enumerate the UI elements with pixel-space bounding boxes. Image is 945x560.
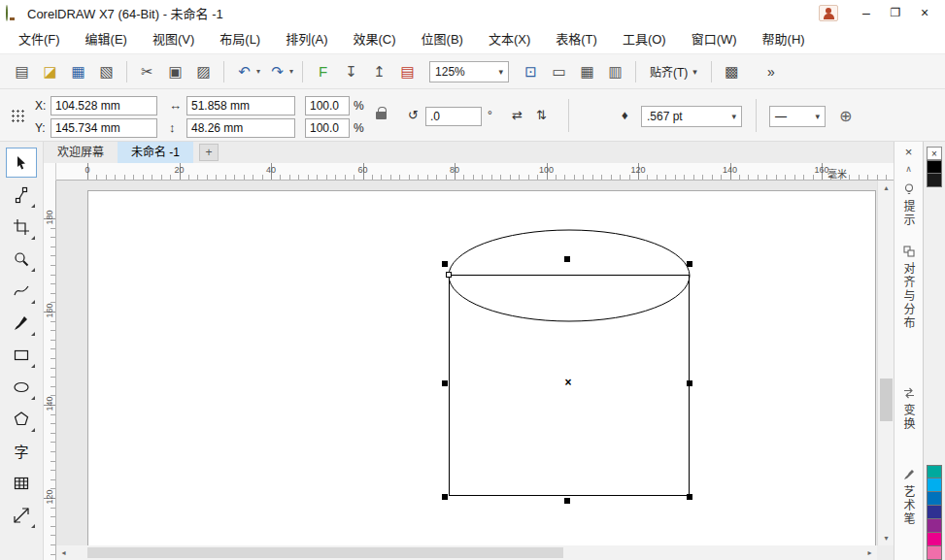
dimension-tool[interactable] — [6, 500, 37, 530]
corner-node[interactable] — [446, 272, 452, 278]
color-swatch[interactable] — [927, 519, 942, 533]
quick-customize-icon[interactable]: ⊕ — [839, 107, 852, 125]
menu-item-layout[interactable]: 布局(L) — [207, 25, 273, 54]
menu-item-effects[interactable]: 效果(C) — [341, 25, 409, 54]
paste-icon[interactable]: ▨ — [191, 60, 216, 83]
scroll-down-icon[interactable]: ▾ — [878, 531, 894, 545]
chevron-down-icon[interactable]: ▾ — [289, 67, 293, 76]
selection-handle[interactable] — [687, 261, 692, 267]
export-icon[interactable]: ↥ — [367, 60, 391, 83]
publish-pdf-icon[interactable]: ▤ — [395, 60, 420, 83]
selection-handle[interactable] — [442, 380, 448, 386]
new-document-icon[interactable]: ▤ — [10, 60, 34, 83]
selection-handle[interactable] — [442, 494, 448, 500]
save-icon[interactable]: ▦ — [66, 60, 90, 83]
mirror-vertical-icon[interactable]: ⇅ — [536, 108, 547, 122]
vertical-scroll-thumb[interactable] — [880, 379, 893, 421]
artistic-media-tool[interactable] — [6, 308, 37, 338]
show-grid-icon[interactable]: ▦ — [575, 60, 599, 83]
search-content-icon[interactable]: F — [311, 60, 335, 83]
selection-handle[interactable] — [687, 380, 692, 386]
polygon-tool[interactable] — [6, 404, 37, 434]
horizontal-scroll-thumb[interactable] — [87, 547, 563, 558]
doc-tab-welcome[interactable]: 欢迎屏幕 — [44, 142, 118, 163]
minimize-button[interactable]: – — [852, 1, 881, 24]
menu-item-bitmaps[interactable]: 位图(B) — [409, 25, 476, 54]
x-position-field[interactable] — [51, 96, 157, 115]
show-guidelines-icon[interactable]: ▥ — [603, 60, 627, 83]
drawing-canvas[interactable]: × — [56, 181, 877, 545]
rectangle-tool[interactable] — [6, 340, 37, 370]
scale-x-field[interactable] — [305, 96, 350, 115]
color-swatch[interactable] — [927, 478, 942, 492]
application-launcher-icon[interactable]: ▩ — [720, 60, 744, 83]
menu-item-edit[interactable]: 编辑(E) — [73, 25, 140, 54]
cut-icon[interactable]: ✂ — [135, 60, 159, 83]
text-tool[interactable]: 字 — [6, 436, 37, 466]
chevron-down-icon[interactable]: ▾ — [815, 112, 820, 121]
zoom-level-combo[interactable]: 125%▾ — [429, 61, 509, 82]
toolbar-overflow-icon[interactable]: » — [759, 64, 783, 80]
close-button[interactable]: × — [910, 1, 939, 24]
scale-y-field[interactable] — [305, 118, 350, 138]
print-icon[interactable]: ▧ — [94, 60, 118, 83]
maximize-button[interactable]: ❐ — [881, 1, 910, 24]
user-account-icon[interactable] — [819, 5, 838, 21]
color-swatch[interactable] — [927, 465, 942, 478]
snap-to-dropdown[interactable]: 贴齐(T)▾ — [642, 60, 705, 83]
object-height-field[interactable] — [186, 118, 295, 138]
line-style-combo[interactable]: — ▾ — [769, 106, 826, 127]
open-folder-icon[interactable]: ◪ — [38, 60, 62, 83]
menu-item-text[interactable]: 文本(X) — [476, 25, 543, 54]
mirror-horizontal-icon[interactable]: ⇄ — [512, 108, 523, 122]
ruler-origin[interactable] — [44, 163, 56, 181]
menu-item-file[interactable]: 文件(F) — [6, 25, 73, 54]
menu-item-view[interactable]: 视图(V) — [140, 25, 207, 54]
docker-tab-align-distribute[interactable]: 对齐与分布 — [894, 241, 923, 334]
chevron-down-icon[interactable]: ▾ — [499, 67, 504, 77]
lock-ratio-icon[interactable] — [376, 112, 387, 119]
horizontal-ruler[interactable]: 毫米 020406080100120140160 — [44, 163, 894, 181]
chevron-down-icon[interactable]: ▾ — [731, 112, 736, 121]
y-position-field[interactable] — [51, 118, 157, 138]
scroll-left-icon[interactable]: ◂ — [56, 545, 71, 560]
no-color-swatch[interactable]: × — [927, 147, 942, 160]
outline-width-combo[interactable]: .567 pt ▾ — [641, 106, 742, 127]
rotation-angle-field[interactable] — [425, 107, 482, 126]
menu-item-tools[interactable]: 工具(O) — [610, 25, 679, 54]
color-swatch[interactable] — [927, 492, 942, 506]
menu-item-arrange[interactable]: 排列(A) — [273, 25, 340, 54]
menu-item-help[interactable]: 帮助(H) — [750, 25, 818, 54]
ellipse-tool[interactable] — [6, 372, 37, 402]
crop-tool[interactable] — [6, 212, 37, 242]
freehand-tool[interactable] — [6, 276, 37, 306]
redo-icon[interactable]: ↷ — [265, 60, 289, 83]
scroll-right-icon[interactable]: ▸ — [862, 545, 877, 560]
scroll-up-icon[interactable]: ▴ — [878, 181, 894, 195]
color-swatch[interactable] — [927, 174, 942, 187]
zoom-tool[interactable] — [6, 244, 37, 274]
vertical-scrollbar[interactable]: ▴ ▾ — [877, 181, 894, 545]
docker-tab-transform[interactable]: 变换 — [894, 382, 923, 435]
chevron-down-icon[interactable]: ▾ — [256, 67, 260, 76]
docker-tab-hints[interactable]: 提示 — [894, 179, 923, 231]
selection-handle[interactable] — [564, 498, 570, 504]
color-swatch[interactable] — [927, 160, 942, 174]
undo-icon[interactable]: ↶ — [232, 60, 256, 83]
selection-handle[interactable] — [442, 261, 448, 267]
docker-tab-artistic-media[interactable]: 艺术笔 — [894, 464, 923, 530]
vertical-ruler[interactable]: 180160140120 — [44, 181, 56, 560]
new-tab-button[interactable]: + — [199, 144, 219, 161]
color-swatch[interactable] — [927, 506, 942, 519]
fullscreen-preview-icon[interactable]: ⊡ — [519, 60, 543, 83]
docker-scroll-up-icon[interactable]: ∧ — [894, 161, 923, 177]
object-width-field[interactable] — [186, 96, 295, 115]
table-tool[interactable] — [6, 468, 37, 498]
docker-close-icon[interactable]: × — [894, 142, 923, 161]
doc-tab-untitled-1[interactable]: 未命名 -1 — [118, 142, 193, 163]
color-swatch[interactable] — [927, 546, 942, 560]
object-position-grid-icon[interactable] — [10, 108, 24, 122]
shape-tool[interactable] — [6, 180, 37, 210]
menu-item-table[interactable]: 表格(T) — [543, 25, 610, 54]
menu-item-window[interactable]: 窗口(W) — [679, 25, 750, 54]
